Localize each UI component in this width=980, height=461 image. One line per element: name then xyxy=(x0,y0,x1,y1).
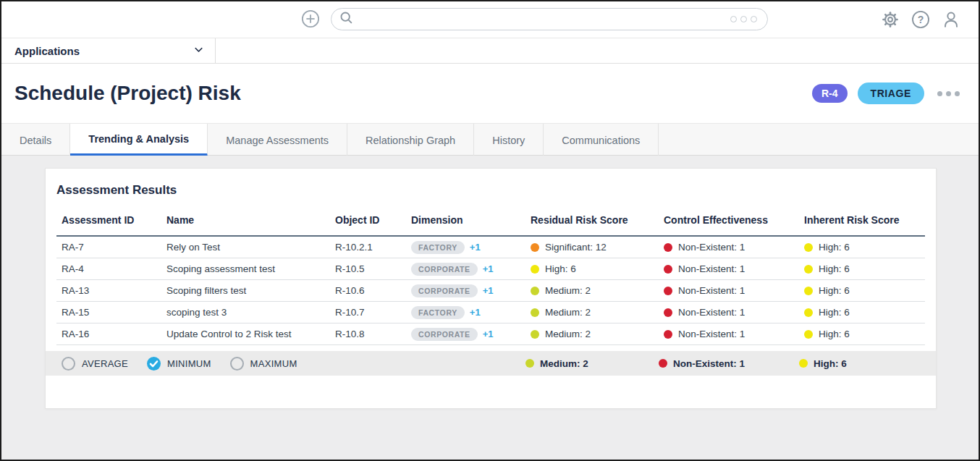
aggregation-radio-group: AVERAGE MINIMUM MAXIMUM xyxy=(62,357,525,371)
dimension-tag[interactable]: CORPORATE xyxy=(411,263,478,276)
inherent-risk-dot xyxy=(804,243,813,252)
radio-average[interactable]: AVERAGE xyxy=(62,357,128,371)
inherent-risk-label: High: 6 xyxy=(819,263,850,274)
table-row[interactable]: RA-16 Update Control to 2 Risk test R-10… xyxy=(56,323,925,345)
cell-residual-risk: Medium: 2 xyxy=(531,307,664,318)
cell-control-effectiveness: Non-Existent: 1 xyxy=(664,285,804,296)
residual-risk-label: Medium: 2 xyxy=(540,358,588,369)
applications-dropdown[interactable]: Applications xyxy=(1,38,216,63)
control-effectiveness-label: Non-Existent: 1 xyxy=(678,242,745,253)
cell-inherent-risk: High: 6 xyxy=(804,242,925,253)
dimension-tag[interactable]: CORPORATE xyxy=(411,284,478,297)
assessment-results-table: Assessment ID Name Object ID Dimension R… xyxy=(56,205,925,345)
control-effectiveness-label: Non-Existent: 1 xyxy=(673,358,745,369)
panel-title: Assessment Results xyxy=(56,183,925,198)
dimension-tag[interactable]: FACTORY xyxy=(411,241,465,254)
col-name: Name xyxy=(166,214,335,226)
radio-minimum-label: MINIMUM xyxy=(167,358,211,369)
cell-control-effectiveness: Non-Existent: 1 xyxy=(664,307,804,318)
control-effectiveness-label: Non-Existent: 1 xyxy=(678,307,745,318)
radio-circle-icon[interactable] xyxy=(230,357,244,371)
tab-trending-analysis[interactable]: Trending & Analysis xyxy=(70,124,208,156)
col-residual-risk-score: Residual Risk Score xyxy=(531,214,664,226)
table-row[interactable]: RA-7 Rely on Test R-10.2.1 FACTORY +1 Si… xyxy=(56,237,925,258)
cell-residual-risk: Medium: 2 xyxy=(531,285,664,296)
record-id-badge[interactable]: R-4 xyxy=(812,84,848,103)
applications-label: Applications xyxy=(14,45,80,57)
residual-risk-dot xyxy=(531,308,539,317)
cell-name: Scoping filters test xyxy=(166,285,335,296)
summary-control-effectiveness: Non-Existent: 1 xyxy=(659,358,799,369)
col-dimension: Dimension xyxy=(411,214,531,226)
table-row[interactable]: RA-13 Scoping filters test R-10.6 CORPOR… xyxy=(56,280,925,302)
cell-object-id: R-10.8 xyxy=(335,329,411,339)
dimension-more-link[interactable]: +1 xyxy=(470,307,481,318)
dimension-more-link[interactable]: +1 xyxy=(483,285,494,296)
tab-communications[interactable]: Communications xyxy=(544,124,659,156)
svg-text:?: ? xyxy=(918,14,924,25)
app-window: { "topbar": { "search": { "value": "", "… xyxy=(0,0,980,461)
inherent-risk-label: High: 6 xyxy=(819,307,850,318)
cell-dimension: CORPORATE +1 xyxy=(411,284,531,297)
plus-circle-icon[interactable] xyxy=(301,9,320,28)
cell-dimension: CORPORATE +1 xyxy=(411,263,531,276)
cell-assessment-id: RA-4 xyxy=(62,263,166,274)
ellipsis-menu-icon[interactable] xyxy=(937,91,960,96)
cell-assessment-id: RA-16 xyxy=(62,329,166,339)
residual-risk-dot xyxy=(525,359,534,368)
dimension-more-link[interactable]: +1 xyxy=(483,263,494,274)
dimension-tag[interactable]: CORPORATE xyxy=(411,328,478,341)
control-effectiveness-label: Non-Existent: 1 xyxy=(678,329,745,339)
inherent-risk-dot xyxy=(799,359,808,368)
radio-checked-icon[interactable] xyxy=(147,357,161,371)
triage-status-button[interactable]: TRIAGE xyxy=(858,83,925,104)
inherent-risk-dot xyxy=(804,308,813,317)
radio-maximum[interactable]: MAXIMUM xyxy=(230,357,297,371)
summary-inherent-risk: High: 6 xyxy=(799,358,925,369)
inherent-risk-label: High: 6 xyxy=(819,285,850,296)
residual-risk-label: Medium: 2 xyxy=(545,329,591,339)
cell-object-id: R-10.6 xyxy=(335,285,411,296)
residual-risk-label: High: 6 xyxy=(545,263,576,274)
control-effectiveness-dot xyxy=(664,265,672,274)
dimension-more-link[interactable]: +1 xyxy=(483,329,494,339)
search-options-icon[interactable] xyxy=(730,16,757,22)
cell-name: Rely on Test xyxy=(166,242,335,253)
user-icon[interactable] xyxy=(942,10,960,29)
cell-residual-risk: High: 6 xyxy=(531,263,664,274)
inherent-risk-label: High: 6 xyxy=(819,242,850,253)
cell-object-id: R-10.7 xyxy=(335,307,411,318)
global-search[interactable] xyxy=(331,8,768,30)
content-area: Assessment Results Assessment ID Name Ob… xyxy=(1,156,979,460)
table-row[interactable]: RA-15 scoping test 3 R-10.7 FACTORY +1 M… xyxy=(56,302,925,323)
residual-risk-label: Medium: 2 xyxy=(545,285,591,296)
tab-manage-assessments[interactable]: Manage Assessments xyxy=(208,124,347,156)
tab-details[interactable]: Details xyxy=(1,124,70,156)
tab-relationship-graph[interactable]: Relationship Graph xyxy=(347,124,474,156)
radio-minimum[interactable]: MINIMUM xyxy=(147,357,211,371)
tab-history[interactable]: History xyxy=(474,124,544,156)
search-input[interactable] xyxy=(359,14,730,25)
cell-assessment-id: RA-13 xyxy=(62,285,166,296)
cell-object-id: R-10.2.1 xyxy=(335,242,411,253)
cell-residual-risk: Significant: 12 xyxy=(531,242,664,253)
cell-dimension: FACTORY +1 xyxy=(411,306,531,319)
control-effectiveness-dot xyxy=(664,330,672,339)
radio-circle-icon[interactable] xyxy=(62,357,75,371)
gear-icon[interactable] xyxy=(881,10,900,29)
top-bar: ? xyxy=(1,1,979,38)
control-effectiveness-dot xyxy=(664,308,672,317)
help-icon[interactable]: ? xyxy=(911,10,930,29)
dimension-tag[interactable]: FACTORY xyxy=(411,306,465,319)
inherent-risk-label: High: 6 xyxy=(814,358,847,369)
table-header-row: Assessment ID Name Object ID Dimension R… xyxy=(56,205,925,237)
cell-dimension: FACTORY +1 xyxy=(411,241,531,254)
cell-object-id: R-10.5 xyxy=(335,263,411,274)
search-icon xyxy=(339,10,355,29)
dimension-more-link[interactable]: +1 xyxy=(470,242,481,253)
page-title: Schedule (Project) Risk xyxy=(14,82,812,105)
table-row[interactable]: RA-4 Scoping assessment test R-10.5 CORP… xyxy=(56,258,925,280)
cell-residual-risk: Medium: 2 xyxy=(531,329,664,339)
control-effectiveness-dot xyxy=(659,359,667,368)
cell-name: Scoping assessment test xyxy=(166,263,335,274)
